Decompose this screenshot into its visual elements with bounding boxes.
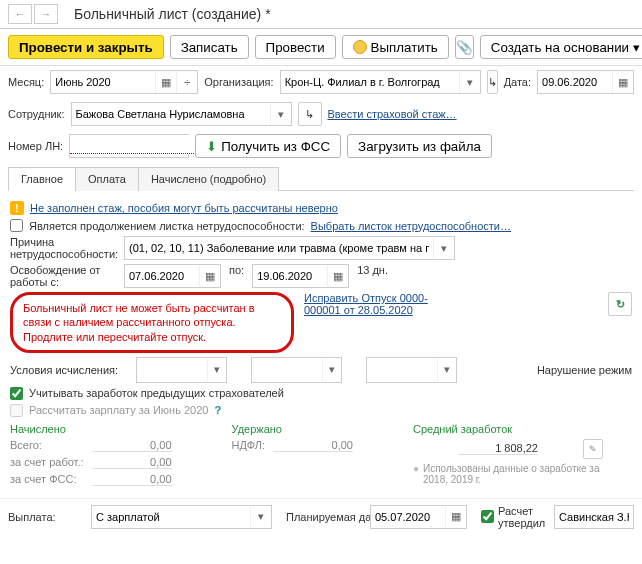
calc-salary-checkbox [10,404,23,417]
calendar-icon[interactable]: ▦ [327,266,348,286]
date-to-field[interactable]: ▦ [252,264,349,288]
used-note-text: Использованы данные о заработке за 2018,… [423,463,603,485]
reason-input[interactable] [125,238,433,258]
calc-salary-label: Рассчитать зарплату за Июнь 2020 [29,404,208,416]
withheld-header: Удержано [232,423,353,435]
payment-input[interactable] [92,507,250,527]
month-field[interactable]: ▦ ÷ [50,70,198,94]
reason-field[interactable]: ▾ [124,236,455,260]
calc-term-2[interactable]: ▾ [251,357,342,383]
calendar-icon[interactable]: ▦ [155,72,176,92]
enter-stazh-link[interactable]: Ввести страховой стаж… [328,108,457,120]
employee-field[interactable]: ▾ [71,102,292,126]
accrued-header: Начислено [10,423,172,435]
month-input[interactable] [51,72,155,92]
error-callout: Больничный лист не может быть рассчитан … [10,292,294,353]
ln-number-input[interactable] [70,135,196,154]
calc-term-1[interactable]: ▾ [136,357,227,383]
date-field[interactable]: ▦ [537,70,634,94]
chevron-down-icon[interactable]: ▾ [322,359,341,381]
total-value: 0,00 [92,439,172,452]
approver-field[interactable] [554,505,634,529]
fss-value: 0,00 [92,473,172,486]
ln-number-label: Номер ЛН: [8,140,63,152]
use-prev-label: Учитывать заработок предыдущих страховат… [29,387,284,399]
date-from-input[interactable] [125,266,199,286]
create-based-label: Создать на основании [491,40,629,55]
get-from-fss-button[interactable]: ⬇ Получить из ФСС [195,134,341,158]
load-from-file-button[interactable]: Загрузить из файла [347,134,492,158]
nav-forward-button[interactable]: → [34,4,58,24]
period-from-label: Освобождение от работы с: [10,264,116,288]
total-label: Всего: [10,439,42,451]
org-field[interactable]: ▾ [280,70,481,94]
payment-label: Выплата: [8,511,85,523]
avg-edit-button[interactable]: ✎ [583,439,603,459]
choose-ln-link[interactable]: Выбрать листок нетрудоспособности… [311,220,511,232]
calc-term-3[interactable]: ▾ [366,357,457,383]
pay-button[interactable]: Выплатить [342,35,449,59]
fix-vacation-link[interactable]: Исправить Отпуск 0000-000001 от 28.05.20… [304,292,454,316]
info-icon: ● [413,463,419,485]
org-label: Организация: [204,76,273,88]
avg-header: Средний заработок [413,423,603,435]
refresh-button[interactable]: ↻ [608,292,632,316]
org-open-button[interactable]: ↳ [487,70,498,94]
employee-open-button[interactable]: ↳ [298,102,322,126]
date-input[interactable] [538,72,612,92]
calendar-icon[interactable]: ▦ [199,266,220,286]
continuation-label: Является продолжением листка нетрудоспос… [29,220,305,232]
chevron-down-icon: ▾ [633,40,640,55]
avg-value: 1 808,22 [458,442,538,455]
tabs: Главное Оплата Начислено (подробно) [8,166,634,191]
tab-accrued[interactable]: Начислено (подробно) [138,167,279,191]
employee-input[interactable] [72,104,270,124]
planned-date-label: Планируемая дата выплаты: [286,511,364,523]
tab-payment[interactable]: Оплата [75,167,139,191]
chevron-down-icon[interactable]: ▾ [433,238,454,258]
days-count: 13 дн. [357,264,388,276]
chevron-down-icon[interactable]: ▾ [207,359,226,381]
org-input[interactable] [281,72,459,92]
post-button[interactable]: Провести [255,35,336,59]
calendar-icon[interactable]: ▦ [612,72,633,92]
help-icon[interactable]: ? [214,404,221,416]
reason-label: Причина нетрудоспособности: [10,236,116,260]
calc-terms-label: Условия исчисления: [10,364,128,376]
continuation-checkbox[interactable] [10,219,23,232]
date-from-field[interactable]: ▦ [124,264,221,288]
approved-label: Расчет утвердил [498,505,548,529]
approved-checkbox[interactable] [481,510,494,523]
tab-main[interactable]: Главное [8,167,76,191]
post-and-close-button[interactable]: Провести и закрыть [8,35,164,59]
nav-back-button[interactable]: ← [8,4,32,24]
employer-value: 0,00 [92,456,172,469]
employee-label: Сотрудник: [8,108,65,120]
page-title: Больничный лист (создание) * [74,6,271,22]
date-to-input[interactable] [253,266,327,286]
chevron-down-icon[interactable]: ▾ [459,72,480,92]
download-icon: ⬇ [206,139,217,154]
get-fss-label: Получить из ФСС [221,139,330,154]
stazh-warning-link[interactable]: Не заполнен стаж, пособия могут быть рас… [30,202,338,214]
approver-input[interactable] [555,507,633,527]
use-prev-checkbox[interactable] [10,387,23,400]
planned-date-input[interactable] [371,507,445,527]
pay-button-label: Выплатить [371,40,438,55]
create-based-button[interactable]: Создать на основании ▾ [480,35,642,59]
paperclip-icon: 📎 [456,40,473,55]
spinner-icon[interactable]: ÷ [176,72,197,92]
planned-date-field[interactable]: ▦ [370,505,467,529]
employer-label: за счет работ.: [10,456,84,468]
save-button[interactable]: Записать [170,35,249,59]
chevron-down-icon[interactable]: ▾ [270,104,291,124]
ndfl-value: 0,00 [273,439,353,452]
chevron-down-icon[interactable]: ▾ [250,507,271,527]
date-label: Дата: [504,76,531,88]
fss-label: за счет ФСС: [10,473,76,485]
ln-number-field[interactable] [69,134,189,158]
chevron-down-icon[interactable]: ▾ [437,359,456,381]
attach-button[interactable]: 📎 [455,35,474,59]
calendar-icon[interactable]: ▦ [445,507,466,527]
payment-field[interactable]: ▾ [91,505,272,529]
